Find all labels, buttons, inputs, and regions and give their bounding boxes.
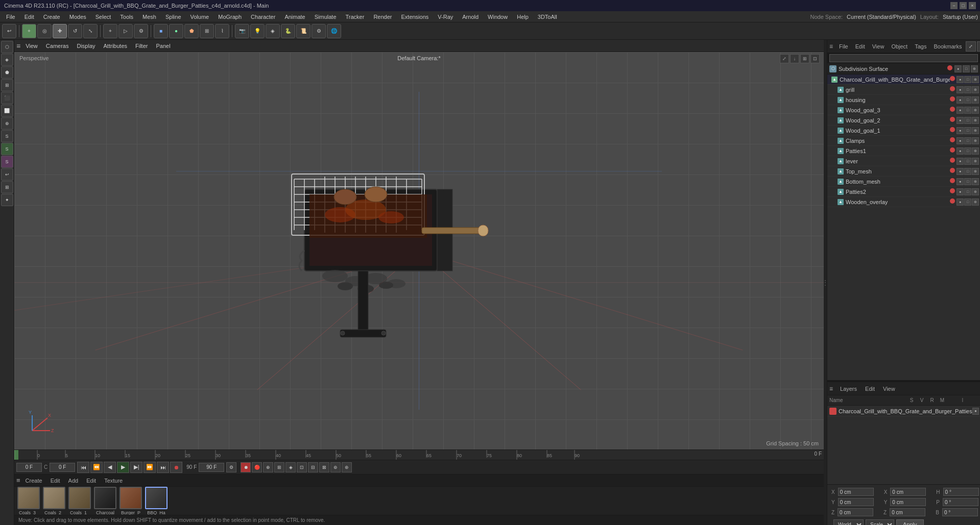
frame-start-input[interactable] xyxy=(16,463,42,472)
left-btn-7[interactable]: ⊕ xyxy=(1,117,13,130)
material-menu-icon[interactable]: ≡ xyxy=(16,477,20,484)
obj-wood2-vis[interactable]: ● xyxy=(957,117,964,124)
obj-menu-edit[interactable]: Edit xyxy=(852,42,868,51)
timeline-ruler[interactable]: 0 5 10 15 20 25 30 35 40 45 50 55 60 65 xyxy=(14,450,824,460)
coord-z-input[interactable] xyxy=(838,508,873,516)
menu-mograph[interactable]: MoGraph xyxy=(214,13,246,21)
anim-mode-1[interactable]: ⏺ xyxy=(241,462,251,472)
sphere-btn[interactable]: ● xyxy=(169,24,183,38)
mat-menu-create[interactable]: Create xyxy=(22,477,45,485)
material-item-bbq[interactable]: BBQ_Ha xyxy=(145,487,168,515)
step-fwd-button[interactable]: ⏩ xyxy=(144,462,156,473)
obj-wooden-overlay-plus[interactable]: ⊕ xyxy=(972,198,979,206)
obj-root-box[interactable]: □ xyxy=(964,76,971,83)
coord-p-input[interactable] xyxy=(943,498,978,506)
obj-item-wood1[interactable]: ▲ Wood_goal_1 ● □ ⊕ xyxy=(827,126,980,136)
material-btn[interactable]: ◈ xyxy=(266,24,280,38)
light-btn[interactable]: 💡 xyxy=(250,24,265,38)
vp-menu-display[interactable]: Display xyxy=(74,42,98,50)
anim-mode-4[interactable]: ⊞ xyxy=(274,462,284,472)
layers-menu-edit[interactable]: Edit xyxy=(862,385,878,393)
anim-mode-2[interactable]: 🔴 xyxy=(252,462,262,472)
obj-housing-box[interactable]: □ xyxy=(964,96,971,104)
subdiv-lock-btn[interactable]: □ xyxy=(963,65,970,72)
menu-mesh[interactable]: Mesh xyxy=(138,13,160,21)
obj-menu-file[interactable]: File xyxy=(836,42,851,51)
obj-item-wood3[interactable]: ▲ Wood_goal_3 ● □ ⊕ xyxy=(827,105,980,115)
vp-menu-view[interactable]: View xyxy=(22,42,41,50)
coord-b-input[interactable] xyxy=(942,508,978,516)
obj-patties1-plus[interactable]: ⊕ xyxy=(972,147,979,155)
left-btn-6[interactable]: ⬜ xyxy=(1,105,13,117)
obj-wood3-plus[interactable]: ⊕ xyxy=(972,107,979,114)
layer-item-main[interactable]: Charcoal_Grill_with_BBQ_Grate_and_Burger… xyxy=(827,406,980,417)
menu-tracker[interactable]: Tracker xyxy=(342,13,369,21)
coord-x-input[interactable] xyxy=(838,488,874,496)
anim-mode-5[interactable]: ◈ xyxy=(285,462,296,472)
obj-patties2-box[interactable]: □ xyxy=(964,188,971,195)
obj-lever-vis[interactable]: ● xyxy=(957,158,964,165)
mat-menu-add[interactable]: Add xyxy=(65,477,82,485)
go-end-button[interactable]: ⏭ xyxy=(157,462,169,473)
left-btn-2[interactable]: ◈ xyxy=(1,54,13,66)
obj-topmesh-vis[interactable]: ● xyxy=(957,168,964,175)
obj-collapse-btn[interactable]: ⤢ xyxy=(966,41,976,52)
obj-root[interactable]: ▲ Charcoal_Grill_with_BBQ_Grate_and_Burg… xyxy=(827,74,980,85)
obj-patties1-box[interactable]: □ xyxy=(964,147,971,155)
anim-mode-9[interactable]: ⊚ xyxy=(330,462,341,472)
material-item-charcoal[interactable]: Charcoal xyxy=(94,487,116,515)
undo-button[interactable]: ↩ xyxy=(2,24,16,38)
minimize-button[interactable]: − xyxy=(950,2,958,9)
anim-mode-6[interactable]: ⊡ xyxy=(297,462,307,472)
vp-icon-1[interactable]: ⤢ xyxy=(780,54,789,63)
obj-item-bottommesh[interactable]: ▲ Bottom_mesh ● □ ⊕ xyxy=(827,177,980,187)
obj-item-wood2[interactable]: ▲ Wood_goal_2 ● □ ⊕ xyxy=(827,115,980,126)
material-item-coals2[interactable]: Coals_2_ xyxy=(43,487,65,515)
world-dropdown[interactable]: World Local Object xyxy=(833,519,864,525)
mat-menu-texture[interactable]: Texture xyxy=(101,477,126,485)
obj-wood1-box[interactable]: □ xyxy=(964,127,971,134)
add-btn[interactable]: + xyxy=(103,24,117,38)
mat-menu-edit[interactable]: Edit xyxy=(47,477,63,485)
left-btn-10[interactable]: S xyxy=(1,156,13,168)
left-btn-5[interactable]: ⬛ xyxy=(1,92,13,104)
settings-btn[interactable]: ⚙ xyxy=(312,24,326,38)
obj-root-vis[interactable]: ● xyxy=(957,76,964,83)
material-item-coals3[interactable]: Coals_3_ xyxy=(17,487,40,515)
mat-menu-edit2[interactable]: Edit xyxy=(83,477,99,485)
obj-bottommesh-vis[interactable]: ● xyxy=(957,178,964,185)
anim-mode-7[interactable]: ⊟ xyxy=(308,462,318,472)
record-button[interactable]: ⏺ xyxy=(170,462,182,473)
obj-item-grill[interactable]: ▲ grill ● □ ⊕ xyxy=(827,85,980,95)
obj-menu-bookmarks[interactable]: Bookmarks xyxy=(930,42,965,51)
coord-h-input[interactable] xyxy=(943,488,979,496)
mode-btn[interactable]: ▷ xyxy=(118,24,133,38)
next-frame-button[interactable]: ▶| xyxy=(130,462,142,473)
menu-volume[interactable]: Volume xyxy=(186,13,213,21)
viewport[interactable]: ⤢ ↓ ⊞ ⊡ xyxy=(14,52,824,449)
vp-icon-4[interactable]: ⊡ xyxy=(810,54,820,63)
menu-arnold[interactable]: Arnold xyxy=(458,13,483,21)
anim-mode-3[interactable]: ⊕ xyxy=(263,462,273,472)
spline-btn[interactable]: ⌇ xyxy=(215,24,229,38)
material-item-burger[interactable]: Burger_P xyxy=(119,487,142,515)
obj-item-patties2[interactable]: ▲ Patties2 ● □ ⊕ xyxy=(827,187,980,197)
subdivision-surface-header[interactable]: ⬡ Subdivision Surface ● □ ⊕ xyxy=(827,63,980,74)
material-item-coals1[interactable]: Coals_1_ xyxy=(68,487,91,515)
render-btn[interactable]: ⚙ xyxy=(134,24,148,38)
layers-menu-view[interactable]: View xyxy=(880,385,898,393)
menu-edit[interactable]: Edit xyxy=(20,13,38,21)
obj-wood2-box[interactable]: □ xyxy=(964,117,971,124)
menu-select[interactable]: Select xyxy=(91,13,115,21)
left-btn-9[interactable]: S xyxy=(1,143,13,155)
object-search-input[interactable] xyxy=(829,54,978,62)
obj-menu-view[interactable]: View xyxy=(869,42,888,51)
menu-animate[interactable]: Animate xyxy=(280,13,309,21)
vp-menu-panel[interactable]: Panel xyxy=(153,42,173,50)
play-button[interactable]: ▶ xyxy=(117,462,129,473)
obj-grill-plus[interactable]: ⊕ xyxy=(972,86,979,93)
vp-menu-filter[interactable]: Filter xyxy=(132,42,151,50)
obj-bottommesh-plus[interactable]: ⊕ xyxy=(972,178,979,185)
obj-patties2-vis[interactable]: ● xyxy=(957,188,964,195)
obj-item-clamps[interactable]: ▲ Clamps ● □ ⊕ xyxy=(827,136,980,146)
